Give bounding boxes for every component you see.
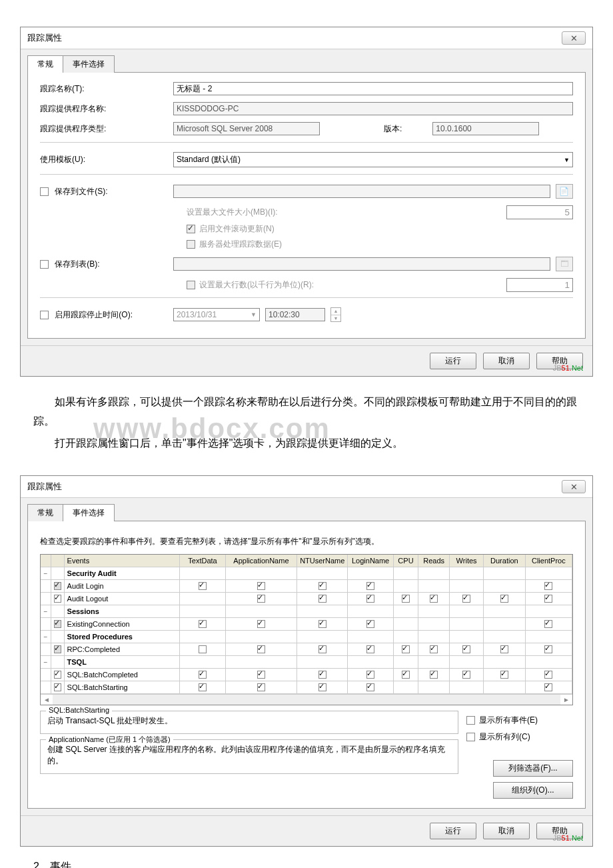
stop-time-checkbox[interactable] [40,311,49,319]
cell-checkbox[interactable] [402,645,410,653]
cell-checkbox[interactable] [366,645,374,653]
cell-checkbox[interactable] [257,620,265,628]
close-icon[interactable]: ✕ [562,480,586,493]
cell-checkbox[interactable] [544,582,552,590]
cell-checkbox[interactable] [257,582,265,590]
cell-checkbox[interactable] [199,620,207,628]
grid-event-row[interactable]: Audit Logout [41,593,572,605]
cell-checkbox[interactable] [544,620,552,628]
cell-checkbox[interactable] [366,620,374,628]
tab-general[interactable]: 常规 [27,55,63,73]
save-table-checkbox[interactable] [40,260,49,269]
cell-checkbox[interactable] [462,645,470,653]
provider-type-value [173,122,320,135]
run-button[interactable]: 运行 [430,823,476,839]
trace-properties-dialog-general: 跟踪属性 ✕ 常规 事件选择 跟踪名称(T): 跟踪提供程序名称: 跟踪提供程序… [20,27,593,377]
cell-checkbox[interactable] [257,671,265,679]
cell-checkbox[interactable] [318,671,326,679]
grid-event-row[interactable]: RPC:Completed [41,643,572,656]
event-checkbox[interactable] [54,620,61,628]
tab-events[interactable]: 事件选择 [63,504,115,521]
save-file-checkbox[interactable] [40,187,49,196]
column-filter-button[interactable]: 列筛选器(F)... [493,760,573,777]
events-panel: 检查选定要跟踪的事件和事件列。要查看完整列表，请选择"显示所有事件"和"显示所有… [27,521,586,809]
cell-checkbox[interactable] [462,671,470,679]
cell-checkbox[interactable] [199,683,207,691]
cell-checkbox[interactable] [500,595,508,603]
grid-group-row[interactable]: −Security Audit [41,567,572,580]
grid-event-row[interactable]: ExistingConnection [41,618,572,631]
events-hint: 检查选定要跟踪的事件和事件列。要查看完整列表，请选择"显示所有事件"和"显示所有… [40,536,573,547]
cancel-button[interactable]: 取消 [483,823,530,839]
tab-events[interactable]: 事件选择 [63,55,115,73]
trace-name-input[interactable] [173,82,573,95]
max-file-label: 设置最大文件大小(MB)(I): [187,207,386,218]
cell-checkbox[interactable] [402,595,410,603]
cell-checkbox[interactable] [430,671,438,679]
tab-general[interactable]: 常规 [27,504,63,521]
cell-checkbox[interactable] [318,645,326,653]
cell-checkbox[interactable] [199,671,207,679]
cell-checkbox[interactable] [366,582,374,590]
events-grid[interactable]: Events TextData ApplicationName NTUserNa… [40,554,573,705]
close-icon[interactable]: ✕ [562,31,586,45]
grid-event-row[interactable]: SQL:BatchCompleted [41,669,572,681]
cancel-button[interactable]: 取消 [483,353,530,369]
tabs: 常规 事件选择 [21,49,592,72]
cell-checkbox[interactable] [318,582,326,590]
max-rows-label: 设置最大行数(以千行为单位)(R): [199,279,386,291]
event-checkbox[interactable] [54,683,61,691]
cell-checkbox[interactable] [257,683,265,691]
cell-checkbox[interactable] [544,683,552,691]
cell-checkbox[interactable] [500,645,508,653]
jb51-watermark: JB51.Net [553,834,583,842]
show-all-cols-checkbox[interactable] [466,733,475,741]
cell-checkbox[interactable] [318,683,326,691]
cell-checkbox[interactable] [544,595,552,603]
grid-group-row[interactable]: −Stored Procedures [41,631,572,643]
cell-checkbox[interactable] [462,595,470,603]
cell-checkbox[interactable] [318,620,326,628]
stop-time-input [265,308,325,321]
event-checkbox[interactable] [54,645,61,653]
titlebar[interactable]: 跟踪属性 ✕ [21,476,592,498]
titlebar[interactable]: 跟踪属性 ✕ [21,27,592,49]
cell-checkbox[interactable] [199,645,207,653]
event-checkbox[interactable] [54,595,61,603]
event-checkbox[interactable] [54,582,61,590]
dialog-buttons: 运行 取消 帮助 JB51.Net [21,815,592,846]
browse-file-button: 📄 [556,184,573,199]
cell-checkbox[interactable] [500,671,508,679]
event-checkbox[interactable] [54,671,61,679]
horizontal-scrollbar[interactable]: ◄► [41,694,572,705]
grid-group-row[interactable]: −TSQL [41,656,572,669]
cell-checkbox[interactable] [366,595,374,603]
version-label: 版本: [384,123,402,135]
cell-checkbox[interactable] [544,671,552,679]
cell-checkbox[interactable] [318,595,326,603]
show-all-events-checkbox[interactable] [466,716,475,725]
stop-time-row: 启用跟踪停止时间(O): [40,309,173,321]
cell-checkbox[interactable] [199,582,207,590]
cell-checkbox[interactable] [402,671,410,679]
grid-group-row[interactable]: −Sessions [41,605,572,618]
grid-event-row[interactable]: SQL:BatchStarting [41,681,572,694]
cell-checkbox[interactable] [544,645,552,653]
cell-checkbox[interactable] [430,595,438,603]
time-spinner: ▲▼ [330,307,341,322]
trace-name-label: 跟踪名称(T): [40,83,173,95]
template-select[interactable]: Standard (默认值) ▼ [173,152,573,167]
cell-checkbox[interactable] [366,671,374,679]
max-rows-input [506,278,573,292]
version-value [432,122,539,135]
grid-event-row[interactable]: Audit Login [41,580,572,593]
save-file-path [173,185,550,198]
template-label: 使用模板(U): [40,154,173,165]
organize-cols-button[interactable]: 组织列(O)... [493,782,573,799]
cell-checkbox[interactable] [366,683,374,691]
cell-checkbox[interactable] [257,595,265,603]
cell-checkbox[interactable] [430,645,438,653]
save-table-label: 保存到表(B): [40,259,173,270]
run-button[interactable]: 运行 [430,353,476,369]
cell-checkbox[interactable] [257,645,265,653]
